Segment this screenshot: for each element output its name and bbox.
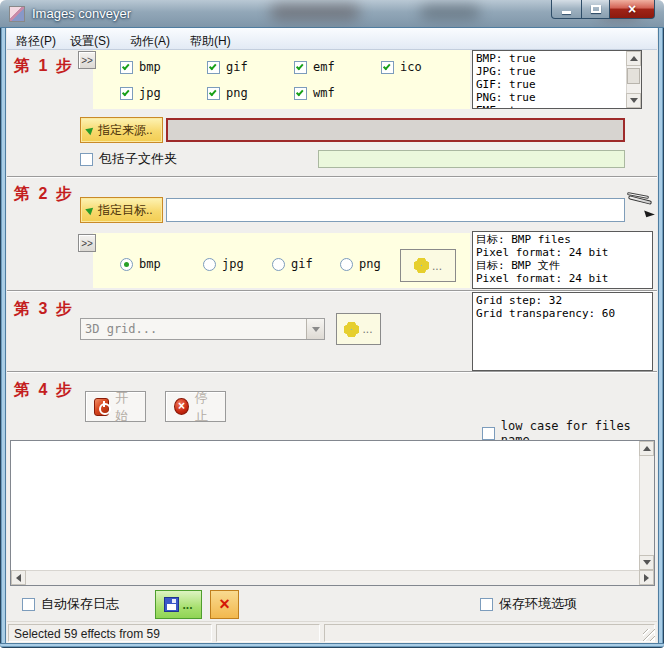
radio-circle [203, 258, 216, 271]
checkbox-bmp[interactable]: bmp [120, 60, 161, 74]
scroll-down-button[interactable] [626, 93, 641, 108]
effects-flower-icon [414, 258, 429, 273]
target-path-field[interactable] [166, 198, 625, 222]
checkbox-png[interactable]: png [207, 86, 248, 100]
save-environment-checkbox[interactable]: 保存环境选项 [480, 595, 577, 613]
check-icon [122, 62, 130, 70]
dropdown-arrow-button[interactable] [306, 319, 324, 339]
clear-log-button[interactable]: × [210, 590, 239, 619]
checkbox-jpg[interactable]: jpg [120, 86, 161, 100]
effects-button-label: ... [362, 322, 372, 336]
radio-label: png [359, 257, 381, 271]
minimize-button[interactable] [551, 0, 582, 19]
log-output-area[interactable] [10, 440, 655, 586]
set-target-button[interactable]: 指定目标.. [80, 197, 163, 223]
menu-item-help[interactable]: 帮助(H) [186, 31, 235, 52]
stop-button[interactable]: × 停止 [165, 391, 226, 422]
info-line: Grid step: 32 [476, 294, 649, 307]
checkbox-box [294, 61, 307, 74]
window-title: Images conveyer [32, 6, 131, 21]
arrow-right-icon [644, 574, 649, 582]
include-subfolders-checkbox[interactable]: 包括子文件夹 [80, 150, 177, 168]
app-icon [9, 6, 25, 22]
effect-dropdown-value: 3D grid... [81, 322, 306, 336]
minimize-icon [562, 11, 571, 14]
log-hscrollbar[interactable] [11, 570, 654, 585]
window-controls: × [552, 0, 655, 19]
power-icon [94, 398, 109, 416]
scroll-up-button[interactable] [639, 441, 654, 456]
checkbox-box [120, 87, 133, 100]
radio-selected-dot [124, 262, 129, 267]
pen-hand-icon [626, 192, 656, 218]
radio-jpg[interactable]: jpg [203, 257, 244, 271]
maximize-icon [591, 5, 601, 13]
checkbox-emf[interactable]: emf [294, 60, 335, 74]
effect-dropdown[interactable]: 3D grid... [80, 318, 325, 340]
checkbox-wmf[interactable]: wmf [294, 86, 335, 100]
check-icon [209, 62, 217, 70]
checkbox-box [207, 87, 220, 100]
section-separator [7, 176, 657, 178]
set-source-button[interactable]: 指定来源.. [80, 117, 163, 143]
menu-item-action[interactable]: 动作(A) [126, 31, 174, 52]
radio-gif[interactable]: gif [272, 257, 313, 271]
scrollbar-thumb[interactable] [627, 68, 640, 84]
listbox-line: JPG: true [476, 65, 625, 78]
step1-expand-button[interactable]: >> [78, 51, 96, 69]
radio-label: bmp [139, 257, 161, 271]
maximize-button[interactable] [581, 0, 610, 19]
info-line: 目标: BMP 文件 [476, 259, 649, 272]
save-log-button[interactable]: ... [155, 590, 202, 619]
set-target-label: 指定目标.. [98, 202, 153, 219]
scroll-right-button[interactable] [639, 570, 654, 585]
start-button[interactable]: 开始 [85, 391, 146, 422]
radio-bmp[interactable]: bmp [120, 257, 161, 271]
checkbox-ico[interactable]: ico [381, 60, 422, 74]
scroll-left-button[interactable] [11, 570, 26, 585]
menubar: 路径(P) 设置(S) 动作(A) 帮助(H) [7, 28, 657, 50]
step3-effects-button[interactable]: ... [336, 313, 381, 345]
arrow-up-icon [630, 56, 638, 61]
arrow-left-icon [16, 574, 21, 582]
listbox-line: EMF: true [476, 104, 625, 109]
stop-x-icon: × [174, 398, 189, 415]
log-vscrollbar[interactable] [639, 441, 654, 570]
info-line: Pixel format: 24 bit [476, 272, 649, 285]
step2-effects-button[interactable]: ... [400, 249, 456, 282]
radio-png[interactable]: png [340, 257, 381, 271]
checkbox-gif[interactable]: gif [207, 60, 248, 74]
checkbox-box [381, 61, 394, 74]
menu-item-settings[interactable]: 设置(S) [66, 31, 114, 52]
floppy-disk-icon [164, 597, 179, 612]
filter-field[interactable] [318, 150, 625, 168]
window-border-left [0, 24, 7, 648]
autosave-log-checkbox[interactable]: 自动保存日志 [22, 595, 119, 613]
checkbox-box [22, 598, 35, 611]
start-button-label: 开始 [115, 389, 137, 425]
check-icon [383, 62, 391, 70]
source-path-field[interactable] [166, 118, 625, 142]
chevron-down-icon [312, 327, 320, 332]
green-arrow-icon [85, 125, 96, 136]
listbox-vscrollbar[interactable] [626, 51, 641, 108]
resize-grip[interactable] [643, 629, 655, 641]
stop-button-label: 停止 [195, 389, 217, 425]
check-icon [122, 88, 130, 96]
scroll-down-button[interactable] [639, 555, 654, 570]
scroll-up-button[interactable] [626, 51, 641, 66]
close-icon: × [628, 2, 636, 16]
save-log-label: ... [182, 598, 192, 612]
menu-item-path[interactable]: 路径(P) [12, 31, 60, 52]
step2-expand-button[interactable]: >> [78, 234, 96, 252]
checkbox-box [480, 598, 493, 611]
format-status-listbox[interactable]: BMP: true JPG: true GIF: true PNG: true … [472, 50, 642, 109]
checkbox-box [80, 153, 93, 166]
close-button[interactable]: × [609, 0, 655, 19]
step2-label: 第 2 步 [14, 184, 74, 205]
status-panel-3 [324, 624, 655, 642]
radio-circle [272, 258, 285, 271]
checkbox-label: jpg [139, 86, 161, 100]
info-line: 目标: BMP files [476, 233, 649, 246]
listbox-line: PNG: true [476, 91, 625, 104]
